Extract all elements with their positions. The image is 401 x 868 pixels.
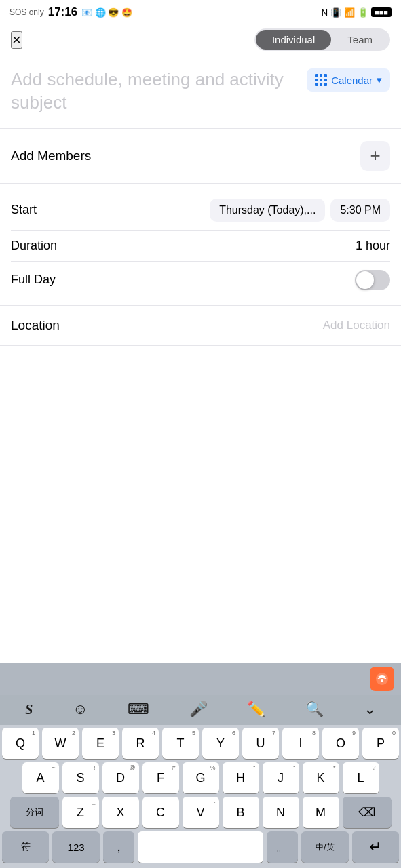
members-section: Add Members + bbox=[0, 129, 401, 184]
calendar-icon bbox=[315, 74, 327, 86]
calendar-button[interactable]: Calendar ▾ bbox=[307, 68, 390, 92]
time-display: 17:16 bbox=[48, 5, 77, 19]
svg-point-1 bbox=[381, 679, 383, 682]
key-d[interactable]: @D bbox=[102, 762, 139, 793]
svg-point-0 bbox=[376, 673, 388, 685]
duration-value[interactable]: 1 hour bbox=[356, 239, 390, 253]
key-r[interactable]: 4R bbox=[122, 728, 159, 759]
backspace-key[interactable]: ⌫ bbox=[343, 797, 392, 828]
battery-icon: ■■■ bbox=[371, 7, 392, 17]
fullday-row: Full Day bbox=[11, 262, 390, 298]
key-123[interactable]: 123 bbox=[52, 831, 99, 863]
members-label: Add Members bbox=[11, 149, 91, 163]
key-row-3: 分词 _Z X C -V B N M ⌫ bbox=[2, 797, 399, 828]
start-date-chip[interactable]: Thursday (Today),... bbox=[210, 199, 325, 222]
key-h[interactable]: "H bbox=[223, 762, 259, 793]
duration-label: Duration bbox=[11, 239, 72, 253]
status-left: SOS only 17:16 📧 🌐 😎 🤩 bbox=[9, 5, 132, 19]
pen-icon[interactable]: ✏️ bbox=[240, 698, 272, 721]
keys-area: 1Q 2W 3E 4R 5T 6Y 7U 8I 9O 0P ~A !S @D #… bbox=[0, 725, 401, 868]
close-button[interactable]: × bbox=[11, 31, 22, 49]
key-f[interactable]: #F bbox=[142, 762, 179, 793]
key-g[interactable]: %G bbox=[183, 762, 219, 793]
status-bar: SOS only 17:16 📧 🌐 😎 🤩 N 📳 📶 🔋 ■■■ bbox=[0, 0, 401, 23]
key-row-4: 符 123 ， 。 中/英 ↵ bbox=[2, 831, 399, 867]
key-a[interactable]: ~A bbox=[22, 762, 59, 793]
key-row-2: ~A !S @D #F %G "H "J *K ?L bbox=[2, 762, 399, 793]
keyboard-toolbar-row: S ☺ ⌨ 🎤 ✏️ 🔍 ⌄ bbox=[0, 695, 401, 725]
start-label: Start bbox=[11, 203, 72, 217]
key-y[interactable]: 6Y bbox=[202, 728, 239, 759]
nfc-icon: N bbox=[322, 7, 328, 18]
key-o[interactable]: 9O bbox=[322, 728, 359, 759]
collapse-icon[interactable]: ⌄ bbox=[357, 698, 383, 721]
location-section: Location Add Location bbox=[0, 306, 401, 346]
notification-icons: 📧 🌐 😎 🤩 bbox=[81, 7, 132, 18]
key-p[interactable]: 0P bbox=[362, 728, 399, 759]
key-s[interactable]: !S bbox=[62, 762, 99, 793]
location-label: Location bbox=[11, 318, 60, 333]
emoji-icon[interactable]: ☺ bbox=[66, 698, 94, 721]
segment-individual[interactable]: Individual bbox=[256, 30, 331, 50]
wifi-icon: 📶 bbox=[344, 7, 355, 18]
keyboard: S ☺ ⌨ 🎤 ✏️ 🔍 ⌄ 1Q 2W 3E 4R 5T 6Y 7U 8I 9… bbox=[0, 663, 401, 868]
sos-text: SOS only bbox=[9, 7, 44, 17]
key-n[interactable]: N bbox=[263, 797, 299, 828]
subject-input[interactable]: Add schedule, meeting and activity subje… bbox=[11, 68, 307, 115]
key-c[interactable]: C bbox=[142, 797, 179, 828]
toggle-thumb bbox=[356, 271, 374, 289]
key-v[interactable]: -V bbox=[183, 797, 219, 828]
key-e[interactable]: 3E bbox=[82, 728, 119, 759]
return-key[interactable]: ↵ bbox=[352, 831, 399, 863]
start-row: Start Thursday (Today),... 5:30 PM bbox=[11, 191, 390, 230]
key-fenci[interactable]: 分词 bbox=[10, 797, 59, 828]
key-z[interactable]: _Z bbox=[62, 797, 99, 828]
key-l[interactable]: ?L bbox=[343, 762, 379, 793]
key-m[interactable]: M bbox=[303, 797, 339, 828]
key-t[interactable]: 5T bbox=[162, 728, 199, 759]
calendar-chevron-icon: ▾ bbox=[377, 74, 382, 86]
fullday-toggle[interactable] bbox=[355, 270, 390, 290]
spacebar[interactable] bbox=[138, 831, 263, 863]
subject-area: Add schedule, meeting and activity subje… bbox=[0, 58, 401, 129]
segment-team[interactable]: Team bbox=[331, 30, 389, 50]
swiftkey-logo bbox=[370, 667, 394, 691]
key-w[interactable]: 2W bbox=[42, 728, 79, 759]
start-section: Start Thursday (Today),... 5:30 PM Durat… bbox=[0, 184, 401, 306]
keyboard-logo-bar bbox=[0, 663, 401, 695]
vibrate-icon: 📳 bbox=[330, 7, 341, 18]
swype-icon[interactable]: S bbox=[18, 699, 39, 720]
add-location-button[interactable]: Add Location bbox=[323, 319, 390, 332]
spacer bbox=[0, 346, 401, 359]
key-k[interactable]: *K bbox=[303, 762, 339, 793]
add-members-button[interactable]: + bbox=[360, 141, 390, 171]
nav-bar: × Individual Team bbox=[0, 23, 401, 58]
status-right: N 📳 📶 🔋 ■■■ bbox=[322, 7, 392, 18]
key-u[interactable]: 7U bbox=[242, 728, 279, 759]
key-lang-switch[interactable]: 中/英 bbox=[301, 831, 348, 863]
key-x[interactable]: X bbox=[102, 797, 139, 828]
key-fu[interactable]: 符 bbox=[2, 831, 49, 863]
segment-control: Individual Team bbox=[254, 28, 390, 51]
duration-row: Duration 1 hour bbox=[11, 231, 390, 261]
key-b[interactable]: B bbox=[223, 797, 259, 828]
start-time-chip[interactable]: 5:30 PM bbox=[330, 199, 390, 222]
calendar-label: Calendar bbox=[331, 75, 373, 86]
key-period[interactable]: 。 bbox=[267, 831, 298, 863]
fullday-label: Full Day bbox=[11, 273, 72, 287]
microphone-icon[interactable]: 🎤 bbox=[183, 698, 214, 721]
key-comma[interactable]: ， bbox=[103, 831, 134, 863]
key-j[interactable]: "J bbox=[263, 762, 299, 793]
search-icon[interactable]: 🔍 bbox=[299, 698, 330, 721]
key-i[interactable]: 8I bbox=[282, 728, 319, 759]
key-row-1: 1Q 2W 3E 4R 5T 6Y 7U 8I 9O 0P bbox=[2, 728, 399, 759]
start-values: Thursday (Today),... 5:30 PM bbox=[210, 199, 390, 222]
battery-alert-icon: 🔋 bbox=[358, 7, 368, 18]
keyboard-layout-icon[interactable]: ⌨ bbox=[121, 698, 156, 721]
key-q[interactable]: 1Q bbox=[2, 728, 39, 759]
